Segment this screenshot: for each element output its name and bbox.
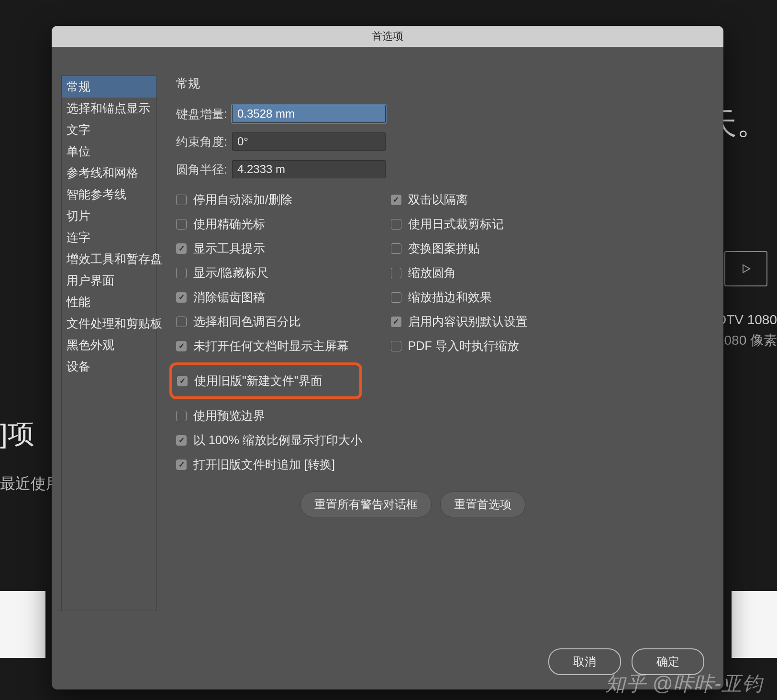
checkbox-label: 使用预览边界: [193, 408, 265, 424]
bg-thumbnail-left: [0, 591, 45, 658]
highlight-annotation: 使用旧版"新建文件"界面: [169, 362, 362, 399]
checkbox-row[interactable]: 打开旧版文件时追加 [转换]: [176, 457, 362, 472]
checkbox[interactable]: [391, 195, 401, 205]
checkbox[interactable]: [176, 292, 187, 303]
checkbox-row[interactable]: 使用旧版"新建文件"界面: [177, 373, 322, 389]
checkbox[interactable]: [391, 341, 401, 351]
checkbox[interactable]: [176, 317, 187, 327]
checkbox[interactable]: [391, 268, 401, 278]
play-icon: [724, 251, 767, 286]
corner-radius-input[interactable]: [232, 160, 386, 178]
preferences-sidebar: 常规选择和锚点显示文字单位参考线和网格智能参考线切片连字增效工具和暂存盘用户界面…: [61, 76, 157, 611]
checkbox-label: 双击以隔离: [408, 192, 468, 208]
checkbox[interactable]: [176, 341, 187, 351]
checkbox[interactable]: [177, 376, 188, 386]
sidebar-item[interactable]: 切片: [62, 205, 156, 227]
sidebar-item[interactable]: 选择和锚点显示: [62, 98, 156, 119]
checkbox-row[interactable]: 消除锯齿图稿: [176, 289, 362, 305]
checkbox-column-right: 双击以隔离使用日式裁剪标记变换图案拼贴缩放圆角缩放描边和效果启用内容识别默认设置…: [391, 192, 528, 472]
sidebar-item[interactable]: 黑色外观: [62, 334, 156, 356]
checkbox-label: 未打开任何文档时显示主屏幕: [193, 338, 349, 354]
checkbox[interactable]: [391, 292, 401, 303]
section-title: 常规: [176, 76, 704, 91]
checkbox-row[interactable]: PDF 导入时执行缩放: [391, 338, 528, 354]
checkbox[interactable]: [176, 219, 187, 230]
sidebar-item[interactable]: 单位: [62, 141, 156, 162]
sidebar-item[interactable]: 连字: [62, 227, 156, 248]
checkbox[interactable]: [176, 243, 187, 254]
checkbox-label: 打开旧版文件时追加 [转换]: [193, 457, 335, 472]
checkbox-row[interactable]: 显示工具提示: [176, 241, 362, 256]
checkbox-label: 显示工具提示: [193, 241, 265, 256]
checkbox-label: 使用日式裁剪标记: [408, 216, 504, 232]
sidebar-item[interactable]: 智能参考线: [62, 184, 156, 205]
checkbox-label: 缩放描边和效果: [408, 289, 492, 305]
checkbox[interactable]: [391, 243, 401, 254]
reset-warnings-button[interactable]: 重置所有警告对话框: [300, 492, 432, 517]
checkbox-label: 选择相同色调百分比: [193, 314, 301, 329]
checkbox[interactable]: [176, 435, 187, 446]
checkbox[interactable]: [391, 317, 401, 327]
sidebar-item[interactable]: 用户界面: [62, 270, 156, 291]
checkbox-row[interactable]: 启用内容识别默认设置: [391, 314, 528, 329]
reset-prefs-button[interactable]: 重置首选项: [440, 492, 525, 517]
checkbox-label: 消除锯齿图稿: [193, 289, 265, 305]
checkbox-row[interactable]: 使用精确光标: [176, 216, 362, 232]
checkbox-row[interactable]: 显示/隐藏标尺: [176, 265, 362, 281]
checkbox-row[interactable]: 变换图案拼贴: [391, 241, 528, 256]
checkbox-row[interactable]: 未打开任何文档时显示主屏幕: [176, 338, 362, 354]
checkbox[interactable]: [391, 219, 401, 230]
field-keyboard-increment: 键盘增量:: [176, 105, 704, 123]
field-label: 键盘增量:: [176, 106, 227, 122]
sidebar-item[interactable]: 增效工具和暂存盘: [62, 248, 156, 270]
constrain-angle-input[interactable]: [232, 132, 386, 151]
sidebar-item[interactable]: 常规: [62, 76, 156, 98]
checkbox-row[interactable]: 使用日式裁剪标记: [391, 216, 528, 232]
checkbox-label: 变换图案拼贴: [408, 241, 480, 256]
field-constrain-angle: 约束角度:: [176, 132, 704, 151]
preferences-dialog: 首选项 常规选择和锚点显示文字单位参考线和网格智能参考线切片连字增效工具和暂存盘…: [52, 26, 723, 689]
field-label: 约束角度:: [176, 134, 227, 150]
checkbox-label: PDF 导入时执行缩放: [408, 338, 519, 354]
sidebar-item[interactable]: 文字: [62, 119, 156, 141]
checkbox-label: 停用自动添加/删除: [193, 192, 292, 208]
sidebar-item[interactable]: 设备: [62, 356, 156, 377]
checkbox-label: 显示/隐藏标尺: [193, 265, 268, 281]
checkbox-row[interactable]: 停用自动添加/删除: [176, 192, 362, 208]
checkbox-column-left: 停用自动添加/删除使用精确光标显示工具提示显示/隐藏标尺消除锯齿图稿选择相同色调…: [176, 192, 362, 472]
checkbox-label: 使用精确光标: [193, 216, 265, 232]
checkbox-label: 以 100% 缩放比例显示打印大小: [193, 432, 362, 448]
checkbox-label: 缩放圆角: [408, 265, 456, 281]
svg-marker-0: [743, 265, 750, 273]
checkbox-row[interactable]: 使用预览边界: [176, 408, 362, 424]
sidebar-item[interactable]: 性能: [62, 291, 156, 313]
checkbox-row[interactable]: 双击以隔离: [391, 192, 528, 208]
field-corner-radius: 圆角半径:: [176, 160, 704, 178]
checkbox[interactable]: [176, 459, 187, 470]
checkbox-row[interactable]: 缩放描边和效果: [391, 289, 528, 305]
sidebar-item[interactable]: 文件处理和剪贴板: [62, 313, 156, 334]
keyboard-increment-input[interactable]: [232, 105, 386, 123]
checkbox-row[interactable]: 缩放圆角: [391, 265, 528, 281]
sidebar-item[interactable]: 参考线和网格: [62, 162, 156, 184]
bg-left-heading: ]项: [0, 416, 34, 452]
checkbox-label: 启用内容识别默认设置: [408, 314, 528, 329]
dialog-title: 首选项: [52, 26, 723, 47]
field-label: 圆角半径:: [176, 162, 227, 177]
checkbox[interactable]: [176, 411, 187, 421]
checkbox-row[interactable]: 选择相同色调百分比: [176, 314, 362, 329]
checkbox-row[interactable]: 以 100% 缩放比例显示打印大小: [176, 432, 362, 448]
checkbox[interactable]: [176, 195, 187, 205]
watermark: 知乎 @咔咔-亚钧: [605, 670, 763, 697]
checkbox-label: 使用旧版"新建文件"界面: [194, 373, 322, 389]
bg-thumbnail-right: [732, 591, 777, 658]
checkbox[interactable]: [176, 268, 187, 278]
